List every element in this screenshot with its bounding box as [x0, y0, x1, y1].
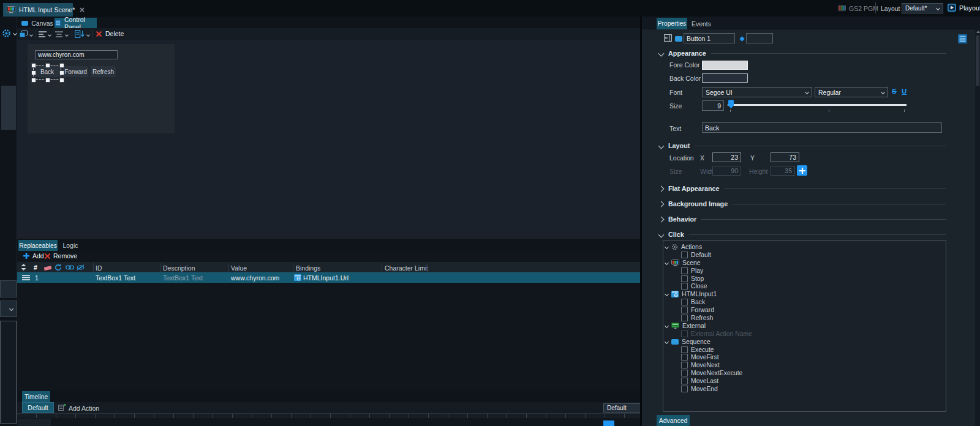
tree-item-movelast[interactable]: MoveLast — [663, 377, 946, 385]
tree-group-scene[interactable]: Scene — [663, 259, 946, 267]
replaceables-table-body[interactable] — [17, 283, 640, 391]
eye-slash-icon[interactable] — [77, 264, 85, 271]
object-name-input[interactable]: Button 1 — [684, 33, 735, 43]
tree-item-play[interactable]: Play — [663, 267, 946, 275]
timeline-ruler[interactable] — [17, 413, 640, 418]
tab-canvas[interactable]: Canvas — [22, 18, 53, 28]
tree-group-sequence[interactable]: Sequence — [663, 338, 946, 346]
tree-item-execute[interactable]: Execute — [663, 346, 946, 354]
location-x-input[interactable]: 23 — [712, 152, 741, 162]
checkbox[interactable] — [681, 267, 688, 274]
add-action-icon[interactable] — [58, 403, 66, 411]
underline-toggle[interactable]: U — [902, 88, 907, 95]
section-behavior[interactable]: Behavior — [659, 215, 946, 223]
rail-collapsed-field[interactable] — [0, 280, 17, 297]
tree-item-movenextexecute[interactable]: MoveNextExecute — [663, 369, 946, 377]
section-layout[interactable]: Layout — [659, 142, 946, 149]
chevron-down-icon[interactable] — [665, 245, 669, 249]
remove-replaceable-button[interactable]: Remove — [44, 252, 77, 260]
row-drag-handle-icon[interactable] — [22, 275, 30, 280]
section-click[interactable]: Click — [659, 231, 946, 238]
chevron-down-icon[interactable] — [665, 292, 669, 296]
tree-item-default[interactable]: Default — [663, 251, 946, 259]
canvas-button-forward[interactable]: Forward — [63, 66, 88, 77]
font-family-select[interactable]: Segoe UI — [702, 87, 812, 97]
url-textbox[interactable]: www.chyron.com — [35, 50, 118, 59]
playout-button[interactable]: Playout — [948, 4, 980, 12]
tab-control-panel[interactable]: Control Panel — [55, 18, 97, 28]
scene-document-tab[interactable]: HTML Input Scene* — [3, 3, 73, 17]
refresh-icon[interactable] — [55, 264, 62, 271]
tree-group-external[interactable]: External — [663, 322, 946, 330]
font-size-input[interactable]: 9 — [702, 100, 724, 111]
checkbox[interactable] — [681, 354, 688, 361]
tree-item-moveend[interactable]: MoveEnd — [663, 385, 946, 393]
timeline-track-area[interactable] — [17, 418, 640, 426]
timeline-default-tab[interactable]: Default — [22, 402, 54, 413]
section-flat-appearance[interactable]: Flat Appearance — [659, 185, 946, 192]
tab-replaceables[interactable]: Replaceables — [18, 240, 58, 251]
selection-handle[interactable] — [59, 78, 64, 83]
align-left-icon[interactable] — [39, 31, 47, 37]
strikethrough-toggle[interactable]: S — [892, 88, 897, 95]
tree-item-stop[interactable]: Stop — [663, 275, 946, 283]
selection-handle[interactable] — [45, 78, 50, 83]
back-color-swatch[interactable] — [702, 73, 748, 83]
tree-item-back[interactable]: Back — [663, 298, 946, 306]
rail-scroll-thumb[interactable] — [1, 86, 16, 130]
checkbox[interactable] — [681, 299, 688, 305]
checkbox[interactable] — [681, 362, 688, 368]
tree-item-forward[interactable]: Forward — [663, 306, 946, 314]
column-header-description[interactable]: Description — [163, 264, 195, 272]
font-size-slider-track[interactable] — [728, 104, 907, 106]
column-header-bindings[interactable]: Bindings — [296, 264, 320, 272]
move-resize-button[interactable] — [797, 165, 807, 176]
column-header-value[interactable]: Value — [231, 264, 247, 272]
fore-color-swatch[interactable] — [702, 61, 748, 70]
advanced-button[interactable]: Advanced — [657, 415, 690, 426]
link-icon[interactable] — [66, 265, 74, 270]
sort-order-icon[interactable] — [75, 30, 85, 38]
tree-item-movenext[interactable]: MoveNext — [663, 361, 946, 369]
font-style-select[interactable]: Regular — [815, 87, 888, 97]
checkbox[interactable] — [681, 386, 688, 392]
checkbox[interactable] — [681, 252, 688, 258]
tab-events[interactable]: Events — [689, 18, 714, 29]
section-background-image[interactable]: Background Image — [659, 200, 946, 207]
canvas-settings-menu[interactable] — [2, 29, 17, 38]
align-center-icon[interactable] — [55, 31, 63, 37]
column-header-id[interactable]: ID — [96, 264, 102, 272]
dock-panel-icon[interactable] — [664, 34, 672, 42]
section-appearance[interactable]: Appearance — [659, 50, 946, 57]
selection-handle[interactable] — [31, 70, 36, 75]
selection-handle[interactable] — [45, 63, 50, 68]
tab-properties[interactable]: Properties — [657, 18, 687, 29]
object-tag-input[interactable] — [746, 33, 773, 43]
checkbox[interactable] — [681, 283, 688, 290]
checkbox[interactable] — [681, 275, 688, 282]
scrollbar-track[interactable] — [975, 29, 980, 426]
chevron-down-icon[interactable] — [665, 324, 669, 328]
add-replaceable-button[interactable]: Add — [23, 252, 44, 260]
scrollbar-thumb[interactable] — [976, 36, 979, 86]
click-actions-tree[interactable]: Actions Default Scene Play Stop Close — [663, 240, 946, 412]
checkbox[interactable] — [681, 346, 688, 353]
tree-item-close[interactable]: Close — [663, 282, 946, 290]
eraser-icon[interactable] — [43, 265, 52, 271]
timeline-track-segment[interactable] — [18, 419, 51, 426]
chevron-down-icon[interactable] — [665, 340, 669, 344]
tree-group-actions[interactable]: Actions — [663, 243, 946, 251]
selection-handle[interactable] — [59, 63, 64, 68]
tree-group-htmlinput1[interactable]: HTMLInput1 — [663, 290, 946, 298]
close-icon[interactable] — [80, 7, 85, 12]
delete-button[interactable]: Delete — [96, 30, 124, 37]
checkbox[interactable] — [681, 370, 688, 376]
selection-handle[interactable] — [31, 63, 36, 68]
number-icon[interactable]: # — [34, 264, 37, 271]
chevron-down-icon[interactable] — [665, 261, 669, 265]
checkbox[interactable] — [681, 307, 688, 313]
location-y-input[interactable]: 73 — [771, 152, 799, 162]
column-header-character-limit[interactable]: Character Limit — [385, 264, 428, 272]
control-panel-icon[interactable] — [958, 34, 967, 43]
add-action-label[interactable]: Add Action — [69, 405, 99, 412]
